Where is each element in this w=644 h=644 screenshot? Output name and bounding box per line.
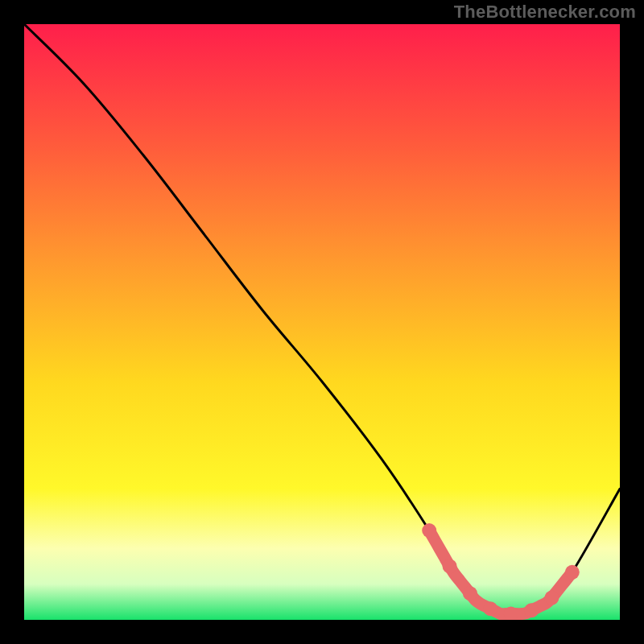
optimal-zone-marker [463, 586, 477, 601]
chart-frame: TheBottlenecker.com [0, 0, 644, 644]
watermark-text: TheBottlenecker.com [454, 2, 636, 23]
optimal-zone-marker [544, 591, 559, 605]
optimal-zone-marker [524, 603, 539, 617]
gradient-background [24, 24, 620, 620]
optimal-zone-marker [422, 523, 436, 538]
optimal-zone-marker [565, 565, 580, 580]
bottleneck-chart [24, 24, 620, 620]
optimal-zone-marker [483, 601, 497, 616]
optimal-zone-marker [443, 559, 457, 573]
chart-svg [24, 24, 620, 620]
